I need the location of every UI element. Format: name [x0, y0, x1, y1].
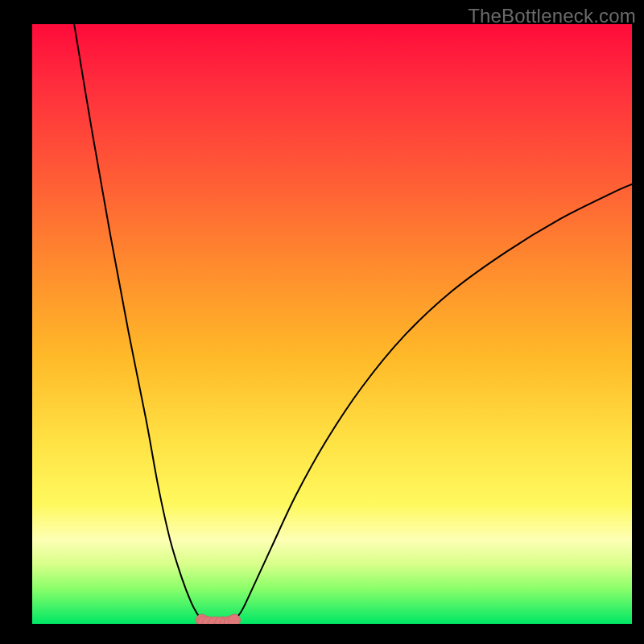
curve-right-branch: [231, 184, 632, 623]
chart-plot-area: [32, 24, 632, 624]
chart-frame: TheBottleneck.com: [0, 0, 644, 644]
valley-marker: [224, 616, 238, 624]
valley-marker: [214, 617, 229, 624]
curve-left-branch: [74, 24, 204, 623]
valley-marker: [229, 614, 241, 624]
chart-svg: [32, 24, 632, 624]
valley-marker: [198, 616, 213, 624]
valley-marker: [220, 617, 234, 624]
valley-marker: [208, 617, 222, 624]
valley-marker: [202, 617, 217, 624]
valley-marker: [196, 614, 208, 624]
